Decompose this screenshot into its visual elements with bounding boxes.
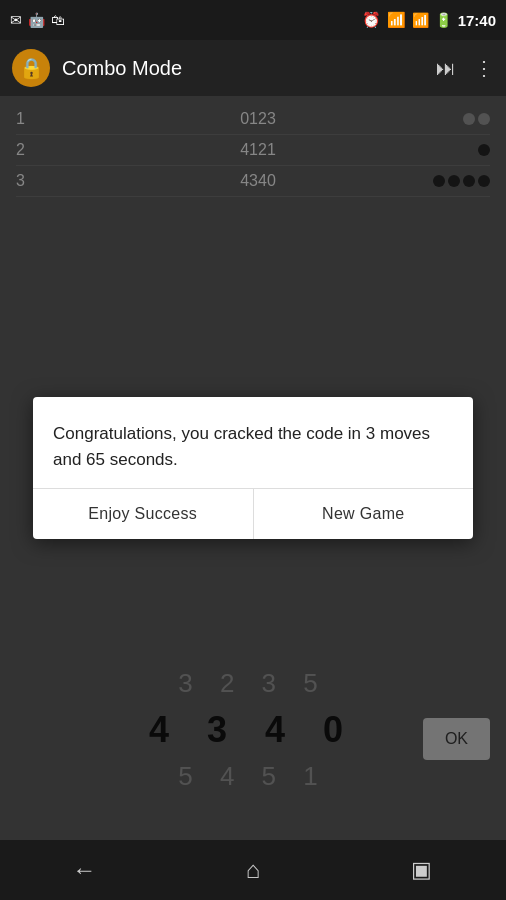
home-button[interactable]: ⌂	[223, 850, 283, 890]
battery-icon: 🔋	[435, 12, 452, 28]
app-title: Combo Mode	[62, 57, 424, 80]
congratulations-dialog: Congratulations, you cracked the code in…	[33, 397, 473, 539]
dialog-buttons: Enjoy Success New Game	[33, 488, 473, 539]
wifi-icon: 📶	[387, 11, 406, 29]
bottom-nav-bar: ← ⌂ ▣	[0, 840, 506, 900]
bag-icon: 🛍	[51, 12, 65, 28]
app-bar: 🔒 Combo Mode ⏭ ⋮	[0, 40, 506, 96]
alarm-icon: ⏰	[362, 11, 381, 29]
dialog-content: Congratulations, you cracked the code in…	[33, 397, 473, 488]
enjoy-success-button[interactable]: Enjoy Success	[33, 489, 253, 539]
app-bar-actions: ⏭ ⋮	[436, 56, 494, 80]
new-game-button[interactable]: New Game	[253, 489, 474, 539]
recents-button[interactable]: ▣	[392, 850, 452, 890]
status-right: ⏰ 📶 📶 🔋 17:40	[362, 11, 496, 29]
clock: 17:40	[458, 12, 496, 29]
gmail-icon: ✉	[10, 12, 22, 28]
app-icon: 🔒	[12, 49, 50, 87]
android-icon: 🤖	[28, 12, 45, 28]
main-content: 1 0123 2 4121 3 4340	[0, 96, 506, 840]
status-bar: ✉ 🤖 🛍 ⏰ 📶 📶 🔋 17:40	[0, 0, 506, 40]
back-button[interactable]: ←	[54, 850, 114, 890]
dialog-overlay: Congratulations, you cracked the code in…	[0, 96, 506, 840]
signal-icon: 📶	[412, 12, 429, 28]
status-icons-left: ✉ 🤖 🛍	[10, 12, 65, 28]
skip-next-icon[interactable]: ⏭	[436, 57, 456, 80]
dialog-message: Congratulations, you cracked the code in…	[53, 421, 453, 472]
overflow-menu-icon[interactable]: ⋮	[474, 56, 494, 80]
